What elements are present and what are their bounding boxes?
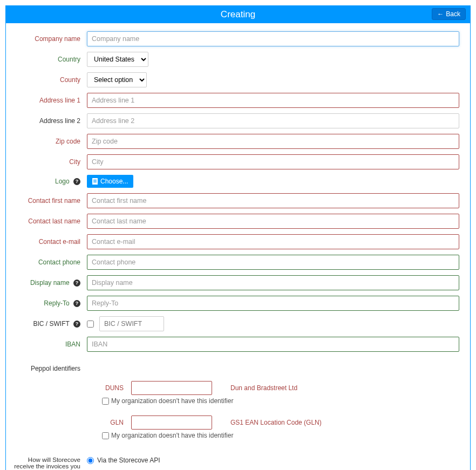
peppol-duns-noid[interactable]: My organization doesn't have this identi… xyxy=(102,397,459,405)
country-select[interactable]: United States xyxy=(87,52,148,67)
creating-panel: Creating ← Back Company name Country Uni… xyxy=(5,5,471,470)
page-title: Creating xyxy=(221,9,255,20)
delivery-api-radio[interactable] xyxy=(87,457,94,464)
help-icon[interactable]: ? xyxy=(73,321,80,328)
county-select[interactable]: Select option xyxy=(87,72,147,87)
label-county: County xyxy=(11,76,87,84)
help-icon[interactable]: ? xyxy=(73,178,80,185)
label-bic: BIC / SWIFT ? xyxy=(11,320,87,328)
peppol-duns-block: DUNS Dun and Bradstreet Ltd My organizat… xyxy=(87,378,459,412)
peppol-duns-desc: Dun and Bradstreet Ltd xyxy=(230,384,297,392)
label-city: City xyxy=(11,158,87,166)
label-iban: IBAN xyxy=(11,340,87,348)
bic-checkbox[interactable] xyxy=(87,321,94,328)
city-input[interactable] xyxy=(87,154,459,169)
display-name-input[interactable] xyxy=(87,275,459,290)
delivery-option-api[interactable]: Via the Storecove API xyxy=(87,457,459,464)
contact-email-input[interactable] xyxy=(87,234,459,249)
iban-input[interactable] xyxy=(87,337,459,352)
peppol-gln-name: GLN xyxy=(102,419,124,426)
peppol-gln-input[interactable] xyxy=(131,415,212,430)
label-address1: Address line 1 xyxy=(11,97,87,104)
contact-phone-input[interactable] xyxy=(87,255,459,270)
peppol-gln-noid[interactable]: My organization doesn't have this identi… xyxy=(102,432,459,439)
label-company-name: Company name xyxy=(11,35,87,43)
label-contact-last: Contact last name xyxy=(11,217,87,225)
peppol-duns-noid-checkbox[interactable] xyxy=(102,398,109,405)
label-peppol: Peppol identifiers xyxy=(11,357,87,372)
label-logo: Logo ? xyxy=(11,178,87,185)
panel-header: Creating ← Back xyxy=(6,6,470,23)
label-contact-email: Contact e-mail xyxy=(11,238,87,246)
company-name-input[interactable] xyxy=(87,31,459,46)
reply-to-input[interactable] xyxy=(87,296,459,311)
label-delivery: How will Storecove receive the invoices … xyxy=(11,457,87,470)
label-contact-first: Contact first name xyxy=(11,197,87,205)
contact-first-input[interactable] xyxy=(87,193,459,208)
label-country: Country xyxy=(11,56,87,63)
peppol-duns-name: DUNS xyxy=(102,384,124,392)
label-contact-phone: Contact phone xyxy=(11,258,87,266)
help-icon[interactable]: ? xyxy=(73,300,80,307)
label-reply-to: Reply-To ? xyxy=(11,299,87,307)
panel-body: Company name Country United States Count… xyxy=(6,23,470,470)
peppol-duns-input[interactable] xyxy=(131,381,212,395)
arrow-left-icon: ← xyxy=(437,10,444,18)
label-zip: Zip code xyxy=(11,138,87,145)
document-icon xyxy=(92,178,98,185)
peppol-gln-desc: GS1 EAN Location Code (GLN) xyxy=(230,419,322,426)
choose-logo-button[interactable]: Choose... xyxy=(87,175,133,188)
bic-input[interactable] xyxy=(99,316,164,331)
peppol-gln-noid-checkbox[interactable] xyxy=(102,432,109,439)
zip-input[interactable] xyxy=(87,134,459,149)
peppol-gln-block: GLN GS1 EAN Location Code (GLN) My organ… xyxy=(87,412,459,447)
choose-button-label: Choose... xyxy=(100,178,128,185)
contact-last-input[interactable] xyxy=(87,214,459,229)
back-button[interactable]: ← Back xyxy=(432,8,466,20)
address-line2-input[interactable] xyxy=(87,113,459,128)
back-button-label: Back xyxy=(446,10,460,18)
help-icon[interactable]: ? xyxy=(73,280,80,287)
address-line1-input[interactable] xyxy=(87,93,459,108)
label-display-name: Display name ? xyxy=(11,279,87,287)
label-address2: Address line 2 xyxy=(11,117,87,125)
